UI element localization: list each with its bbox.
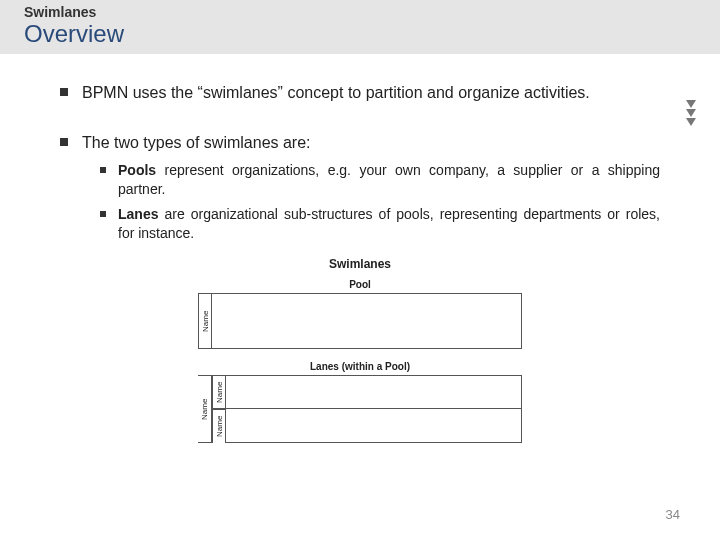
lane-body bbox=[226, 375, 522, 409]
pool-label: Pool bbox=[60, 279, 660, 290]
lane-row: Name bbox=[212, 409, 522, 443]
header-title: Overview bbox=[24, 20, 720, 52]
sub-bullet-text: Pools represent organizations, e.g. your… bbox=[118, 161, 660, 199]
square-bullet-icon bbox=[100, 211, 106, 217]
arrow-down-icon bbox=[686, 100, 696, 108]
diagram-title: Swimlanes bbox=[60, 257, 660, 271]
slide-content: BPMN uses the “swimlanes” concept to par… bbox=[0, 54, 720, 447]
lane-name-vlabel: Name bbox=[212, 409, 226, 443]
side-arrow-stack bbox=[686, 100, 696, 126]
slide-header: Swimlanes Overview bbox=[0, 0, 720, 54]
bullet-item: The two types of swimlanes are: bbox=[60, 132, 660, 154]
square-bullet-icon bbox=[60, 88, 68, 96]
header-topic: Swimlanes bbox=[24, 4, 720, 20]
bullet-text: The two types of swimlanes are: bbox=[82, 132, 311, 154]
pool-name-vlabel: Name bbox=[198, 293, 212, 349]
sub-bullet-list: Pools represent organizations, e.g. your… bbox=[100, 161, 660, 243]
lanes-figure: Name Name Name bbox=[198, 375, 522, 443]
sub-bullet-text: Lanes are organizational sub-structures … bbox=[118, 205, 660, 243]
arrow-down-icon bbox=[686, 118, 696, 126]
arrow-down-icon bbox=[686, 109, 696, 117]
lanes-body: Name Name bbox=[212, 375, 522, 443]
sub-bullet-item: Pools represent organizations, e.g. your… bbox=[100, 161, 660, 199]
pool-body bbox=[212, 293, 522, 349]
lanes-label: Lanes (within a Pool) bbox=[60, 361, 660, 372]
lane-row: Name bbox=[212, 375, 522, 409]
lane-name-vlabel: Name bbox=[212, 375, 226, 409]
sub-bullet-item: Lanes are organizational sub-structures … bbox=[100, 205, 660, 243]
swimlanes-diagram: Swimlanes Pool Name Lanes (within a Pool… bbox=[60, 257, 660, 447]
term-pools-desc: represent organizations, e.g. your own c… bbox=[118, 162, 660, 197]
lanes-outer-vlabel: Name bbox=[198, 375, 212, 443]
term-pools: Pools bbox=[118, 162, 156, 178]
bullet-item: BPMN uses the “swimlanes” concept to par… bbox=[60, 82, 660, 104]
term-lanes: Lanes bbox=[118, 206, 158, 222]
square-bullet-icon bbox=[60, 138, 68, 146]
term-lanes-desc: are organizational sub-structures of poo… bbox=[118, 206, 660, 241]
square-bullet-icon bbox=[100, 167, 106, 173]
lane-body bbox=[226, 409, 522, 443]
bullet-text: BPMN uses the “swimlanes” concept to par… bbox=[82, 82, 590, 104]
pool-figure: Name bbox=[198, 293, 522, 349]
page-number: 34 bbox=[666, 507, 680, 522]
